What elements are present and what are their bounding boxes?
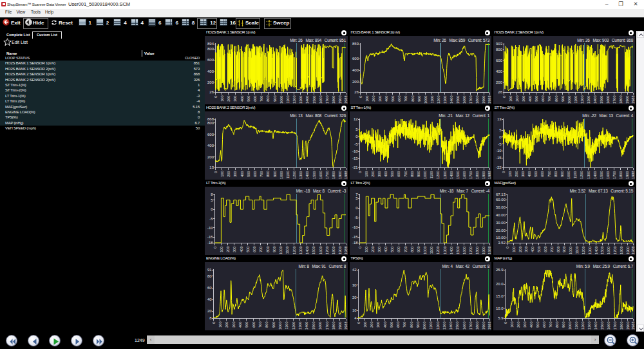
svg-text:0: 0: [505, 247, 509, 249]
svg-text:700: 700: [549, 247, 553, 252]
svg-text:Min: 8 Max: 91 Current: 8: Min: 8 Max: 91 Current: 8: [299, 264, 346, 269]
svg-text:-15: -15: [352, 235, 358, 239]
svg-text:100: 100: [365, 96, 368, 102]
svg-text:100: 100: [218, 322, 222, 328]
svg-text:600: 600: [396, 322, 400, 328]
svg-text:1800: 1800: [475, 322, 479, 330]
svg-text:600: 600: [253, 171, 257, 177]
svg-text:800: 800: [266, 171, 270, 177]
svg-text:1100: 1100: [285, 322, 289, 330]
svg-text:900: 900: [562, 247, 566, 252]
svg-text:10.0: 10.0: [496, 307, 504, 310]
svg-text:1900: 1900: [625, 96, 629, 104]
svg-text:800: 800: [266, 247, 270, 252]
svg-text:400: 400: [238, 322, 242, 328]
svg-text:1800: 1800: [332, 322, 336, 330]
svg-text:60: 60: [207, 286, 212, 290]
svg-text:1300: 1300: [586, 96, 590, 104]
svg-text:1800: 1800: [475, 247, 479, 254]
svg-text:Min: -18 Max: 8 Current: -: Min: -18 Max: 8 Current: -3: [296, 189, 346, 193]
svg-text:20: 20: [352, 296, 357, 299]
svg-text:200: 200: [495, 80, 502, 84]
svg-text:1988: 1988: [488, 247, 491, 254]
svg-text:200: 200: [227, 96, 231, 102]
svg-text:200: 200: [207, 80, 214, 84]
svg-text:300: 300: [232, 247, 236, 252]
svg-text:700: 700: [404, 96, 408, 102]
svg-text:-18: -18: [207, 241, 213, 245]
svg-text:1500: 1500: [312, 171, 316, 179]
svg-text:500: 500: [247, 96, 251, 102]
svg-text:400: 400: [528, 96, 532, 102]
svg-text:1800: 1800: [619, 322, 623, 330]
svg-text:1100: 1100: [286, 171, 290, 179]
svg-text:600: 600: [397, 247, 401, 252]
svg-text:200: 200: [226, 247, 230, 252]
svg-text:200: 200: [514, 171, 518, 177]
svg-text:600: 600: [253, 96, 257, 102]
svg-text:200: 200: [227, 171, 231, 177]
svg-text:1600: 1600: [319, 171, 323, 179]
svg-text:0: 0: [357, 247, 361, 249]
svg-text:1600: 1600: [605, 171, 609, 179]
svg-text:300: 300: [520, 171, 524, 177]
svg-text:20: 20: [207, 309, 212, 313]
svg-text:1000: 1000: [567, 322, 571, 330]
svg-text:1800: 1800: [475, 171, 479, 179]
svg-text:300: 300: [233, 171, 237, 177]
svg-text:1800: 1800: [332, 171, 336, 179]
svg-text:1400: 1400: [593, 96, 597, 104]
svg-text:1900: 1900: [338, 96, 342, 104]
svg-text:500: 500: [389, 322, 393, 328]
svg-text:12: 12: [354, 117, 358, 121]
svg-text:1900: 1900: [625, 247, 629, 254]
svg-text:1500: 1500: [599, 171, 603, 179]
svg-text:900: 900: [560, 171, 564, 177]
svg-text:1988: 1988: [488, 96, 491, 104]
svg-text:1700: 1700: [613, 247, 617, 254]
svg-text:800: 800: [207, 121, 214, 125]
svg-text:1200: 1200: [292, 322, 296, 330]
svg-text:800: 800: [554, 96, 558, 102]
svg-text:700: 700: [403, 247, 407, 252]
svg-text:10: 10: [352, 308, 357, 312]
svg-text:1200: 1200: [292, 247, 296, 254]
svg-text:25.9: 25.9: [496, 268, 504, 272]
svg-text:1988: 1988: [631, 322, 635, 330]
svg-text:Min: -21 Max: 12 Current:: Min: -21 Max: 12 Current: 1: [439, 113, 489, 118]
svg-text:1500: 1500: [600, 96, 603, 104]
svg-text:1200: 1200: [292, 96, 296, 104]
svg-text:1500: 1500: [600, 247, 604, 254]
svg-text:1200: 1200: [580, 96, 583, 104]
svg-text:400: 400: [384, 171, 388, 177]
svg-text:1500: 1500: [312, 96, 316, 104]
svg-text:600: 600: [252, 247, 256, 252]
svg-text:1200: 1200: [581, 247, 585, 254]
svg-text:-22: -22: [496, 165, 502, 169]
svg-text:1200: 1200: [580, 171, 583, 179]
svg-text:300: 300: [233, 96, 237, 102]
svg-text:15.0: 15.0: [496, 294, 504, 298]
svg-text:1700: 1700: [325, 322, 329, 330]
svg-text:1100: 1100: [575, 247, 579, 254]
svg-text:300: 300: [524, 247, 528, 252]
svg-text:1200: 1200: [435, 322, 439, 330]
svg-text:1988: 1988: [631, 247, 635, 254]
svg-text:400: 400: [207, 70, 214, 73]
svg-text:1600: 1600: [607, 247, 611, 254]
svg-text:1300: 1300: [587, 322, 591, 330]
svg-text:1700: 1700: [325, 96, 329, 104]
svg-text:30: 30: [352, 283, 357, 287]
svg-text:1700: 1700: [469, 96, 473, 104]
svg-text:60.00: 60.00: [495, 198, 506, 202]
svg-text:1000: 1000: [278, 322, 282, 330]
svg-text:0: 0: [357, 171, 361, 173]
svg-text:100: 100: [511, 247, 515, 252]
svg-text:20.0: 20.0: [496, 282, 504, 286]
svg-text:1700: 1700: [468, 322, 472, 330]
svg-text:Min: 3.52 Max: 67.13 Curre: Min: 3.52 Max: 67.13 Current: 5.15: [569, 189, 633, 193]
svg-text:400: 400: [240, 247, 243, 252]
svg-text:1300: 1300: [298, 322, 302, 330]
svg-text:600: 600: [397, 171, 401, 177]
svg-text:1100: 1100: [286, 96, 290, 104]
